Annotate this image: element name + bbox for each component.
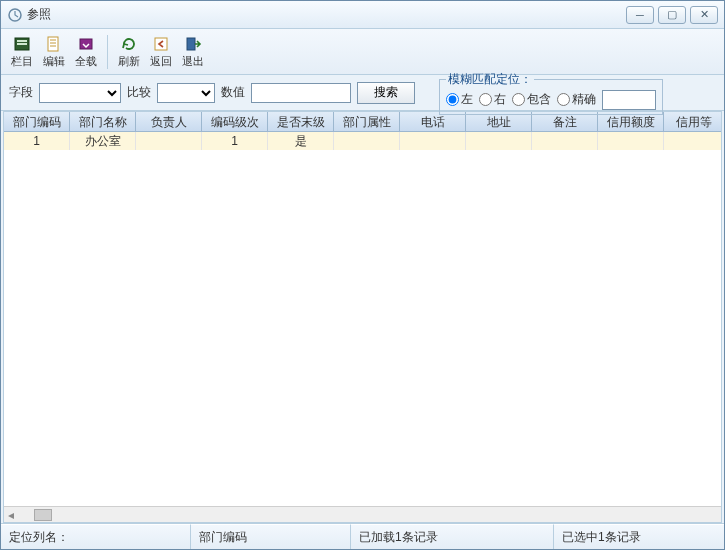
svg-rect-3 xyxy=(17,43,27,45)
fuzzy-match-group: 模糊匹配定位： 左 右 包含 精确 xyxy=(439,71,663,115)
data-grid: 部门编码部门名称负责人编码级次是否末级部门属性电话地址备注信用额度信用等 1办公… xyxy=(3,111,722,523)
column-header-credit_level[interactable]: 信用等 xyxy=(664,112,722,131)
cell-level: 1 xyxy=(202,132,268,150)
close-button[interactable]: ✕ xyxy=(690,6,718,24)
column-header-addr[interactable]: 地址 xyxy=(466,112,532,131)
toolbar-edit[interactable]: 编辑 xyxy=(39,34,69,69)
column-header-dept_name[interactable]: 部门名称 xyxy=(70,112,136,131)
compare-label: 比较 xyxy=(127,84,151,101)
cell-dept_code: 1 xyxy=(4,132,70,150)
svg-rect-2 xyxy=(17,40,27,42)
column-header-attr[interactable]: 部门属性 xyxy=(334,112,400,131)
refresh-icon xyxy=(119,34,139,54)
toolbar-exit[interactable]: 退出 xyxy=(178,34,208,69)
search-bar: 字段 比较 数值 搜索 模糊匹配定位： 左 右 包含 精确 xyxy=(1,75,724,111)
search-button[interactable]: 搜索 xyxy=(357,82,415,104)
svg-rect-6 xyxy=(155,38,167,50)
toolbar-columns[interactable]: 栏目 xyxy=(7,34,37,69)
column-header-level[interactable]: 编码级次 xyxy=(202,112,268,131)
toolbar-loadall[interactable]: 全载 xyxy=(71,34,101,69)
fuzzy-title: 模糊匹配定位： xyxy=(446,71,534,88)
scroll-left-icon[interactable]: ◂ xyxy=(4,508,18,522)
grid-body[interactable]: 1办公室1是 xyxy=(4,132,721,506)
toolbar: 栏目 编辑 全载 刷新 返回 退出 xyxy=(1,29,724,75)
column-header-is_leaf[interactable]: 是否末级 xyxy=(268,112,334,131)
field-select[interactable] xyxy=(39,83,121,103)
maximize-button[interactable]: ▢ xyxy=(658,6,686,24)
exit-icon xyxy=(183,34,203,54)
fuzzy-right[interactable]: 右 xyxy=(479,91,506,108)
status-bar: 定位列名： 部门编码 已加载1条记录 已选中1条记录 xyxy=(1,523,724,549)
window-title: 参照 xyxy=(27,6,626,23)
compare-select[interactable] xyxy=(157,83,215,103)
minimize-button[interactable]: ─ xyxy=(626,6,654,24)
scroll-thumb[interactable] xyxy=(34,509,52,521)
toolbar-back[interactable]: 返回 xyxy=(146,34,176,69)
loadall-icon xyxy=(76,34,96,54)
window-controls: ─ ▢ ✕ xyxy=(626,6,718,24)
value-input[interactable] xyxy=(251,83,351,103)
cell-credit_level xyxy=(664,132,721,150)
columns-icon xyxy=(12,34,32,54)
status-selected: 已选中1条记录 xyxy=(554,524,724,549)
field-label: 字段 xyxy=(9,84,33,101)
cell-attr xyxy=(334,132,400,150)
status-loaded: 已加载1条记录 xyxy=(351,524,554,549)
column-header-phone[interactable]: 电话 xyxy=(400,112,466,131)
reference-window: 参照 ─ ▢ ✕ 栏目 编辑 全载 刷新 返回 退出 xyxy=(0,0,725,550)
edit-icon xyxy=(44,34,64,54)
svg-rect-7 xyxy=(187,38,195,50)
cell-is_leaf: 是 xyxy=(268,132,334,150)
back-icon xyxy=(151,34,171,54)
status-locate-label: 定位列名： xyxy=(1,524,191,549)
cell-remark xyxy=(532,132,598,150)
cell-credit xyxy=(598,132,664,150)
status-locate-column: 部门编码 xyxy=(191,524,351,549)
table-row[interactable]: 1办公室1是 xyxy=(4,132,721,150)
toolbar-separator xyxy=(107,35,108,69)
fuzzy-left[interactable]: 左 xyxy=(446,91,473,108)
column-header-credit[interactable]: 信用额度 xyxy=(598,112,664,131)
horizontal-scrollbar[interactable]: ◂ xyxy=(4,506,721,522)
cell-phone xyxy=(400,132,466,150)
column-header-manager[interactable]: 负责人 xyxy=(136,112,202,131)
titlebar: 参照 ─ ▢ ✕ xyxy=(1,1,724,29)
app-icon xyxy=(7,7,23,23)
column-header-dept_code[interactable]: 部门编码 xyxy=(4,112,70,131)
value-label: 数值 xyxy=(221,84,245,101)
toolbar-refresh[interactable]: 刷新 xyxy=(114,34,144,69)
cell-manager xyxy=(136,132,202,150)
column-header-remark[interactable]: 备注 xyxy=(532,112,598,131)
fuzzy-exact[interactable]: 精确 xyxy=(557,91,596,108)
grid-header: 部门编码部门名称负责人编码级次是否末级部门属性电话地址备注信用额度信用等 xyxy=(4,112,721,132)
svg-rect-4 xyxy=(48,37,58,51)
fuzzy-contains[interactable]: 包含 xyxy=(512,91,551,108)
fuzzy-input[interactable] xyxy=(602,90,656,110)
cell-dept_name: 办公室 xyxy=(70,132,136,150)
cell-addr xyxy=(466,132,532,150)
